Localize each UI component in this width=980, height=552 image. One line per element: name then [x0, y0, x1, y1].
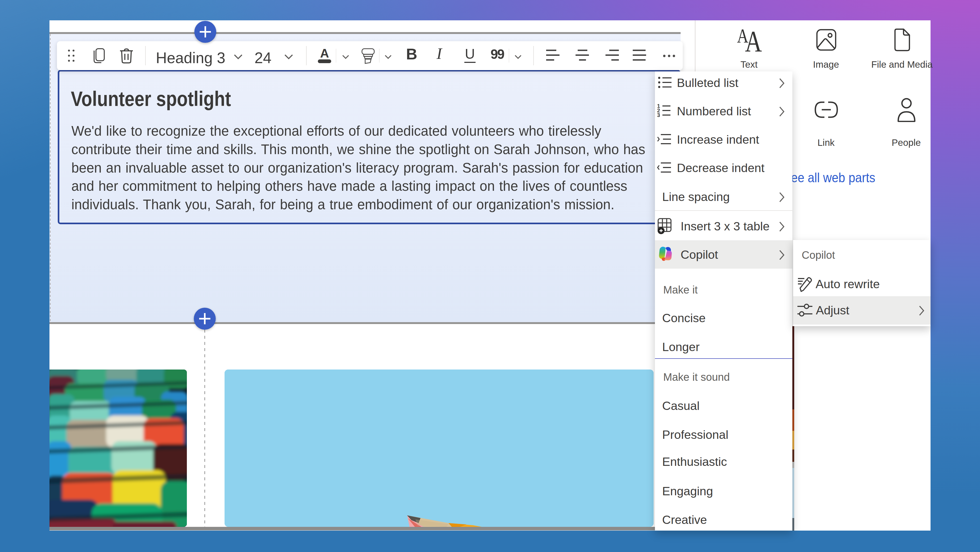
svg-text:3: 3 — [657, 112, 660, 118]
